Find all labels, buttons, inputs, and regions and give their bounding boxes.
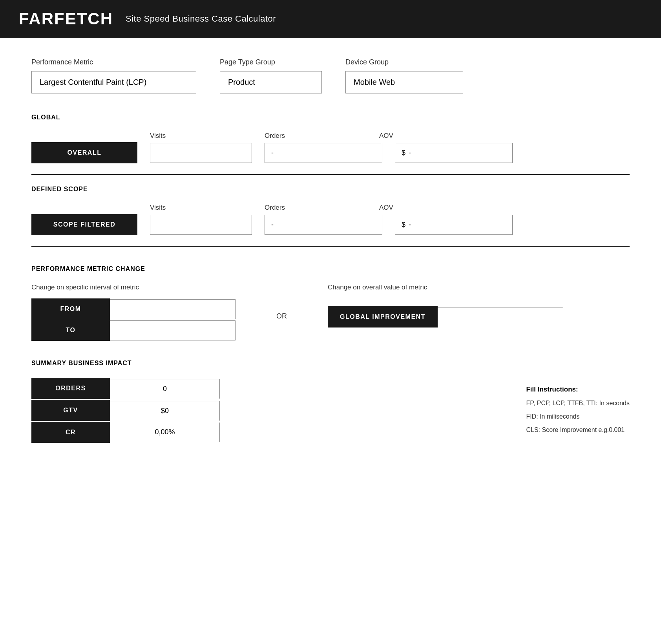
visits-col-label: Visits (150, 132, 252, 140)
orders-row: ORDERS 0 (31, 378, 220, 400)
from-to-group: FROM TO (31, 298, 236, 341)
perf-columns: Change on specific interval of metric FR… (31, 284, 630, 341)
summary-business-impact-section: SUMMARY BUSINESS IMPACT ORDERS 0 GTV $0 … (31, 360, 630, 443)
to-button[interactable]: TO (31, 320, 110, 341)
overall-button[interactable]: OVERALL (31, 142, 137, 163)
global-improvement-col: Change on overall value of metric GLOBAL… (328, 284, 563, 327)
scope-visits-input[interactable] (150, 215, 252, 235)
divider-1 (31, 174, 630, 175)
overall-orders-display: - (265, 143, 382, 163)
performance-metric-input[interactable] (31, 71, 196, 93)
from-button[interactable]: FROM (31, 298, 110, 320)
from-to-col: Change on specific interval of metric FR… (31, 284, 236, 341)
scope-aov-dollar: $ (402, 221, 405, 229)
page-type-group: Page Type Group (220, 58, 322, 93)
orders-row-label: ORDERS (31, 378, 110, 400)
global-section: GLOBAL Visits Orders AOV OVERALL - $ - D… (31, 114, 630, 247)
interval-label: Change on specific interval of metric (31, 284, 236, 291)
summary-business-impact-label: SUMMARY BUSINESS IMPACT (31, 360, 630, 367)
aov-col-label: AOV (379, 132, 481, 140)
gtv-row-label: GTV (31, 400, 110, 422)
device-group-label: Device Group (345, 58, 463, 66)
page-type-group-input[interactable] (220, 71, 322, 93)
page-type-group-label: Page Type Group (220, 58, 322, 66)
fill-instructions: Fill Instructions: FP, PCP, LCP, TTFB, T… (526, 378, 630, 443)
scope-aov-value: - (409, 221, 411, 229)
fill-instruction-0: FP, PCP, LCP, TTFB, TTI: In seconds (526, 400, 630, 407)
scope-aov-col-label: AOV (379, 204, 481, 212)
global-improvement-row: GLOBAL IMPROVEMENT (328, 306, 563, 327)
overall-aov-value: - (409, 149, 411, 157)
perf-metric-change-label: PERFORMANCE METRIC CHANGE (31, 265, 630, 273)
global-col-headers: Visits Orders AOV (150, 132, 630, 140)
orders-row-value: 0 (110, 379, 220, 399)
divider-2 (31, 246, 630, 247)
scope-col-headers: Visits Orders AOV (150, 204, 630, 212)
orders-col-label: Orders (265, 132, 367, 140)
scope-orders-value: - (271, 221, 274, 229)
logo: FARFETCH (19, 9, 113, 28)
scope-orders-display: - (265, 215, 382, 235)
performance-metric-group: Performance Metric (31, 58, 196, 93)
performance-metric-label: Performance Metric (31, 58, 196, 66)
from-row: FROM (31, 298, 236, 320)
gtv-row: GTV $0 (31, 400, 220, 422)
global-improvement-button[interactable]: GLOBAL IMPROVEMENT (328, 306, 438, 327)
header-subtitle: Site Speed Business Case Calculator (126, 14, 276, 24)
header: FARFETCH Site Speed Business Case Calcul… (0, 0, 661, 38)
filters-row: Performance Metric Page Type Group Devic… (31, 58, 630, 93)
main-content: Performance Metric Page Type Group Devic… (0, 38, 661, 463)
overall-label: Change on overall value of metric (328, 284, 563, 291)
cr-row-value: 0,00% (110, 423, 220, 442)
overall-visits-input[interactable] (150, 143, 252, 163)
global-improvement-input[interactable] (438, 307, 563, 327)
scope-filtered-row: SCOPE FILTERED - $ - (31, 214, 630, 235)
from-input[interactable] (110, 299, 236, 319)
perf-metric-change-section: PERFORMANCE METRIC CHANGE Change on spec… (31, 265, 630, 341)
scope-aov-display: $ - (395, 215, 513, 235)
fill-instruction-2: CLS: Score Improvement e.g.0.001 (526, 426, 630, 434)
overall-orders-value: - (271, 149, 274, 157)
fill-instructions-title: Fill Instructions: (526, 386, 630, 393)
device-group-input[interactable] (345, 71, 463, 93)
or-label: OR (267, 312, 296, 320)
scope-orders-col-label: Orders (265, 204, 367, 212)
fill-instruction-1: FID: In miliseconds (526, 413, 630, 420)
summary-table: ORDERS 0 GTV $0 CR 0,00% (31, 378, 220, 443)
overall-aov-display: $ - (395, 143, 513, 163)
to-row: TO (31, 320, 236, 341)
device-group: Device Group (345, 58, 463, 93)
scope-filtered-button[interactable]: SCOPE FILTERED (31, 214, 137, 235)
overall-row: OVERALL - $ - (31, 142, 630, 163)
scope-visits-col-label: Visits (150, 204, 252, 212)
global-section-label: GLOBAL (31, 114, 630, 121)
to-input[interactable] (110, 320, 236, 340)
cr-row: CR 0,00% (31, 422, 220, 443)
gtv-row-value: $0 (110, 401, 220, 421)
overall-aov-dollar: $ (402, 149, 405, 157)
summary-grid: ORDERS 0 GTV $0 CR 0,00% Fill Instructio… (31, 378, 630, 443)
defined-scope-label: DEFINED SCOPE (31, 186, 630, 193)
cr-row-label: CR (31, 422, 110, 443)
